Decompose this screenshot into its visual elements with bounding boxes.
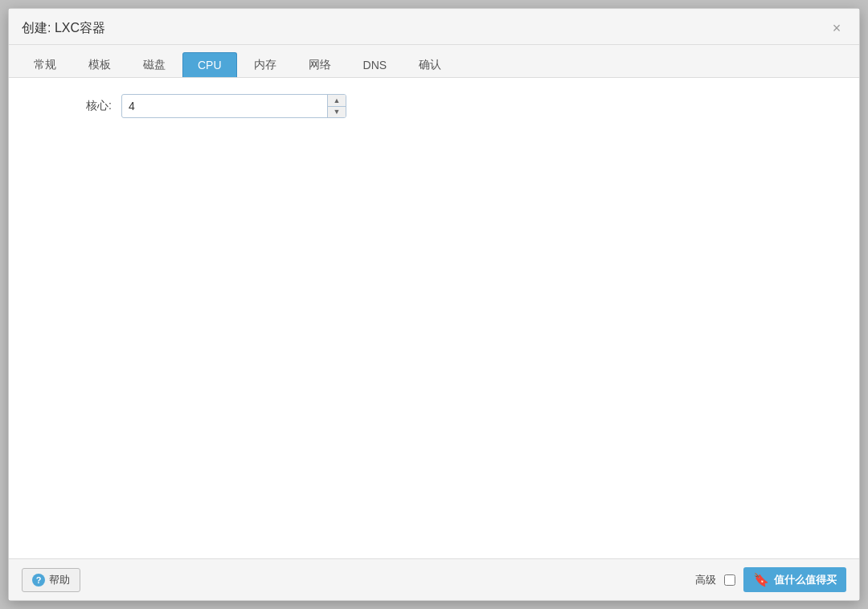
advanced-checkbox[interactable] (724, 574, 735, 586)
cores-label: 核心: (25, 99, 121, 113)
watermark-text: 值什么值得买 (774, 573, 837, 587)
tab-bar: 常规 模板 磁盘 CPU 内存 网络 DNS 确认 (9, 45, 859, 78)
watermark-icon: 🔖 (753, 572, 769, 587)
spinbox-down-button[interactable]: ▼ (328, 106, 346, 118)
spinbox-up-button[interactable]: ▲ (328, 95, 346, 106)
dialog-footer: ? 帮助 高级 🔖 值什么值得买 (9, 558, 859, 600)
tab-template[interactable]: 模板 (73, 51, 126, 78)
tab-confirm[interactable]: 确认 (403, 51, 457, 78)
tab-general[interactable]: 常规 (18, 51, 72, 78)
watermark-badge: 🔖 值什么值得买 (743, 567, 846, 592)
footer-right: 高级 🔖 值什么值得买 (695, 567, 846, 592)
help-button[interactable]: ? 帮助 (22, 568, 80, 592)
dialog-header: 创建: LXC容器 × (9, 9, 859, 45)
spinbox-buttons: ▲ ▼ (327, 95, 346, 117)
cores-spinbox: ▲ ▼ (121, 94, 346, 118)
lxc-create-dialog: 创建: LXC容器 × 常规 模板 磁盘 CPU 内存 网络 DNS 确认 核心… (8, 8, 860, 601)
tab-dns[interactable]: DNS (348, 52, 403, 77)
cores-row: 核心: ▲ ▼ (25, 94, 843, 118)
dialog-title: 创建: LXC容器 (22, 20, 105, 37)
close-button[interactable]: × (827, 18, 846, 38)
footer-left: ? 帮助 (22, 568, 80, 592)
help-icon: ? (32, 574, 45, 587)
cores-input[interactable] (122, 95, 327, 117)
dialog-body: 核心: ▲ ▼ (9, 78, 859, 558)
tab-network[interactable]: 网络 (293, 51, 346, 78)
advanced-label: 高级 (695, 573, 716, 587)
tab-disk[interactable]: 磁盘 (128, 51, 181, 78)
tab-cpu[interactable]: CPU (182, 52, 237, 77)
help-label: 帮助 (49, 573, 70, 587)
tab-memory[interactable]: 内存 (239, 51, 292, 78)
